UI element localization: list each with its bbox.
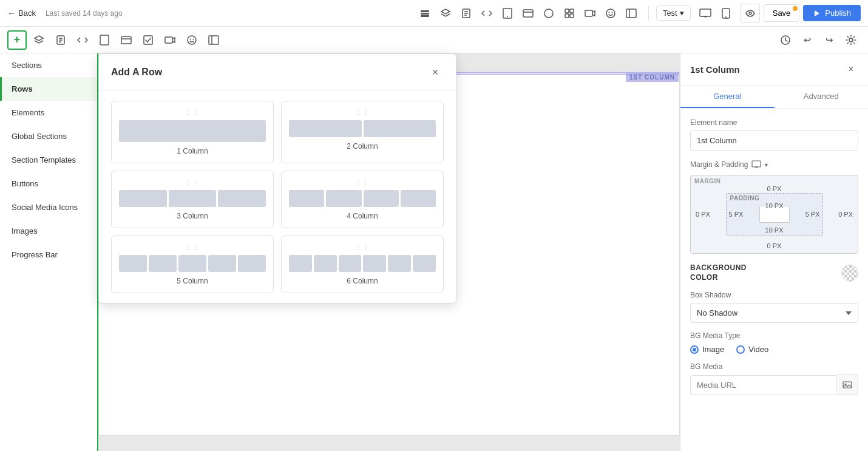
padding-right-value: 5 PX xyxy=(805,211,820,218)
layers-icon-btn[interactable] xyxy=(415,4,435,23)
tablet-btn-2[interactable] xyxy=(95,30,114,50)
sidebar-icon-btn[interactable] xyxy=(622,4,641,23)
drag-handle-4col: ⋮⋮ xyxy=(355,178,370,185)
sidebar-item-buttons[interactable]: Buttons xyxy=(0,172,97,195)
row-option-1col[interactable]: ⋮⋮ 1 Column xyxy=(111,101,274,163)
row-option-2col[interactable]: ⋮⋮ 2 Column xyxy=(281,101,444,163)
row-label-1col: 1 Column xyxy=(177,147,208,155)
svg-line-40 xyxy=(147,38,151,42)
radio-image-btn[interactable] xyxy=(690,345,699,354)
sidebar-item-rows[interactable]: Rows xyxy=(0,77,97,101)
redo-btn[interactable]: ↪ xyxy=(819,30,839,50)
add-icon: + xyxy=(14,33,21,46)
sidebar-item-global-sections[interactable]: Global Sections xyxy=(0,124,97,148)
element-name-label: Element name xyxy=(690,118,858,127)
image-browse-icon xyxy=(843,380,852,390)
radio-video[interactable]: Video xyxy=(736,345,768,354)
undo-btn[interactable]: ↩ xyxy=(798,30,817,50)
row-preview-1col xyxy=(119,120,266,142)
shape-icon-btn[interactable] xyxy=(539,4,558,23)
sidebar-item-section-templates[interactable]: Section Templates xyxy=(0,148,97,172)
row-option-6col[interactable]: ⋮⋮ 6 Column xyxy=(281,236,444,293)
modal-title: Add A Row xyxy=(111,67,162,78)
radio-video-btn[interactable] xyxy=(736,345,745,354)
sidebar-item-images[interactable]: Images xyxy=(0,219,97,243)
desktop-view-btn[interactable] xyxy=(696,4,715,23)
sidebar-item-label: Elements xyxy=(12,108,44,117)
element-name-input[interactable] xyxy=(690,131,858,151)
row-option-5col[interactable]: ⋮⋮ 5 Column xyxy=(111,236,274,293)
notes-icon-btn[interactable] xyxy=(456,4,476,23)
toolbar-separator-1 xyxy=(648,6,649,21)
sidebar-item-label: Images xyxy=(12,226,38,236)
publish-button[interactable]: Publish xyxy=(803,5,861,21)
video-btn-2[interactable] xyxy=(160,30,180,50)
history-btn[interactable] xyxy=(776,30,795,50)
code-icon-btn[interactable] xyxy=(477,4,497,23)
row-label-6col: 6 Column xyxy=(347,277,378,285)
add-element-button[interactable]: + xyxy=(7,30,27,50)
bg-color-line2: COLOR xyxy=(690,273,747,283)
radio-image[interactable]: Image xyxy=(690,345,724,354)
margin-padding-section: Margin & Padding ▾ xyxy=(690,160,858,169)
row-option-3col[interactable]: ⋮⋮ 3 Column xyxy=(111,171,274,228)
video-icon-btn[interactable] xyxy=(580,4,600,23)
svg-rect-1 xyxy=(421,13,429,15)
card-btn-2[interactable] xyxy=(117,30,136,50)
layers-btn-2[interactable] xyxy=(29,30,49,50)
padding-top-value: 10 PX xyxy=(765,202,784,209)
preview-button[interactable] xyxy=(741,4,760,23)
bg-media-type-radio-group: Image Video xyxy=(690,345,858,354)
notes-btn-2[interactable] xyxy=(51,30,70,50)
save-status: Last saved 14 days ago xyxy=(46,9,410,18)
col-cell xyxy=(339,255,362,272)
grid-icon-btn[interactable] xyxy=(560,4,579,23)
settings-btn[interactable] xyxy=(841,30,861,50)
sidebar-item-elements[interactable]: Elements xyxy=(0,101,97,124)
col-cell xyxy=(238,255,266,272)
emoji-icon-btn[interactable] xyxy=(601,4,620,23)
svg-rect-41 xyxy=(165,37,172,43)
card-icon-btn[interactable] xyxy=(518,4,538,23)
svg-point-20 xyxy=(611,12,612,13)
row-option-4col[interactable]: ⋮⋮ 4 Column xyxy=(281,171,444,228)
tablet-icon-btn[interactable] xyxy=(498,4,517,23)
code-btn-2[interactable] xyxy=(73,30,92,50)
media-url-browse-button[interactable] xyxy=(836,375,858,395)
checkboxes-btn[interactable] xyxy=(138,30,158,50)
sidebar-btn-2[interactable] xyxy=(204,30,223,50)
tab-general[interactable]: General xyxy=(680,86,775,108)
svg-rect-10 xyxy=(523,10,533,17)
test-button[interactable]: Test ▾ xyxy=(656,5,691,21)
col-cell xyxy=(364,190,399,207)
col-cell xyxy=(218,190,266,207)
mobile-view-btn[interactable] xyxy=(716,4,736,23)
sidebar-item-sections[interactable]: Sections xyxy=(0,53,97,77)
modal-close-button[interactable]: × xyxy=(427,64,444,81)
svg-point-12 xyxy=(544,9,553,18)
stacks-icon-btn[interactable] xyxy=(436,4,455,23)
margin-left-value: 0 PX xyxy=(696,211,710,218)
col-cell xyxy=(178,255,206,272)
col-cell xyxy=(119,255,147,272)
background-color-row: BACKGROUND COLOR xyxy=(690,263,858,282)
save-button[interactable]: Save xyxy=(764,4,800,22)
test-chevron-icon: ▾ xyxy=(680,8,684,18)
sidebar-item-label: Section Templates xyxy=(12,155,76,164)
sidebar-item-social-media-icons[interactable]: Social Media Icons xyxy=(0,195,97,219)
tab-advanced[interactable]: Advanced xyxy=(775,86,869,108)
background-color-picker[interactable] xyxy=(841,265,858,282)
row-preview-2col xyxy=(289,120,436,137)
panel-tabs: General Advanced xyxy=(680,86,868,109)
box-shadow-select[interactable]: No Shadow Small Shadow Medium Shadow Lar… xyxy=(690,303,858,323)
sidebar-item-progress-bar[interactable]: Progress Bar xyxy=(0,243,97,266)
back-button[interactable]: ← Back xyxy=(7,8,36,18)
emoji-btn-2[interactable] xyxy=(182,30,202,50)
media-url-input[interactable] xyxy=(690,375,836,395)
svg-rect-16 xyxy=(570,14,574,18)
svg-rect-21 xyxy=(626,9,636,18)
svg-point-27 xyxy=(725,16,727,18)
row-preview-4col xyxy=(289,190,436,207)
panel-close-button[interactable]: × xyxy=(844,62,858,76)
svg-point-18 xyxy=(606,9,615,18)
